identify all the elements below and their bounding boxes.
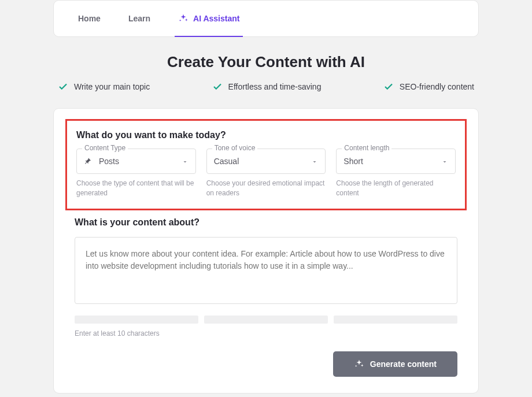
main-area: Create Your Content with AI Write your m… bbox=[53, 53, 479, 394]
benefit-item: Write your main topic bbox=[58, 81, 150, 92]
benefits-row: Write your main topic Effortless and tim… bbox=[53, 81, 479, 92]
highlight-box: What do you want to make today? Content … bbox=[65, 119, 467, 210]
sparkle-icon bbox=[354, 359, 364, 369]
tone-field: Tone of voice Casual Choose your desired… bbox=[206, 149, 326, 198]
check-icon bbox=[212, 81, 223, 92]
benefit-text: SEO-friendly content bbox=[400, 82, 474, 91]
about-label: What is your content about? bbox=[75, 217, 457, 228]
length-select[interactable]: Short bbox=[336, 149, 456, 174]
chevron-down-icon bbox=[311, 158, 318, 165]
min-chars-hint: Enter at least 10 characters bbox=[75, 329, 457, 337]
content-card: What do you want to make today? Content … bbox=[53, 108, 479, 394]
content-type-label: Content Type bbox=[82, 144, 128, 152]
question-label: What do you want to make today? bbox=[76, 130, 456, 140]
content-type-value: Posts bbox=[99, 157, 119, 166]
button-row: Generate content bbox=[75, 351, 457, 377]
sparkle-icon bbox=[178, 13, 189, 24]
content-type-field: Content Type Posts Choose the type of co bbox=[76, 149, 196, 198]
generate-button[interactable]: Generate content bbox=[333, 351, 457, 377]
tab-ai-assistant[interactable]: AI Assistant bbox=[178, 1, 239, 36]
length-value: Short bbox=[343, 157, 363, 166]
skeleton-bar bbox=[75, 316, 198, 324]
benefit-text: Effortless and time-saving bbox=[228, 82, 322, 91]
check-icon bbox=[383, 81, 394, 92]
tone-hint: Choose your desired emotional impact on … bbox=[206, 179, 326, 198]
length-hint: Choose the length of generated content bbox=[336, 179, 456, 198]
length-field: Content length Short Choose the length o… bbox=[336, 149, 456, 198]
tone-label: Tone of voice bbox=[212, 144, 258, 152]
check-icon bbox=[58, 81, 68, 92]
chevron-down-icon bbox=[441, 158, 448, 165]
benefit-item: Effortless and time-saving bbox=[212, 81, 322, 92]
generate-button-label: Generate content bbox=[370, 359, 437, 369]
tab-learn[interactable]: Learn bbox=[128, 1, 150, 36]
content-type-hint: Choose the type of content that will be … bbox=[76, 179, 196, 198]
tab-home[interactable]: Home bbox=[78, 1, 101, 36]
tab-ai-assistant-label: AI Assistant bbox=[193, 14, 239, 23]
pin-icon bbox=[84, 157, 93, 166]
page-title: Create Your Content with AI bbox=[53, 53, 479, 71]
skeleton-bar bbox=[204, 316, 328, 324]
tab-bar: Home Learn AI Assistant bbox=[53, 0, 479, 37]
skeleton-bar bbox=[334, 316, 457, 324]
benefit-text: Write your main topic bbox=[74, 82, 150, 91]
content-type-select[interactable]: Posts bbox=[76, 149, 196, 174]
chevron-down-icon bbox=[182, 158, 189, 165]
benefit-item: SEO-friendly content bbox=[383, 81, 474, 92]
skeleton-row bbox=[75, 316, 457, 324]
tone-select[interactable]: Casual bbox=[206, 149, 326, 174]
about-textarea[interactable] bbox=[75, 237, 457, 304]
length-label: Content length bbox=[342, 144, 391, 152]
fields-row: Content Type Posts Choose the type of co bbox=[76, 149, 456, 198]
tone-value: Casual bbox=[214, 157, 239, 166]
